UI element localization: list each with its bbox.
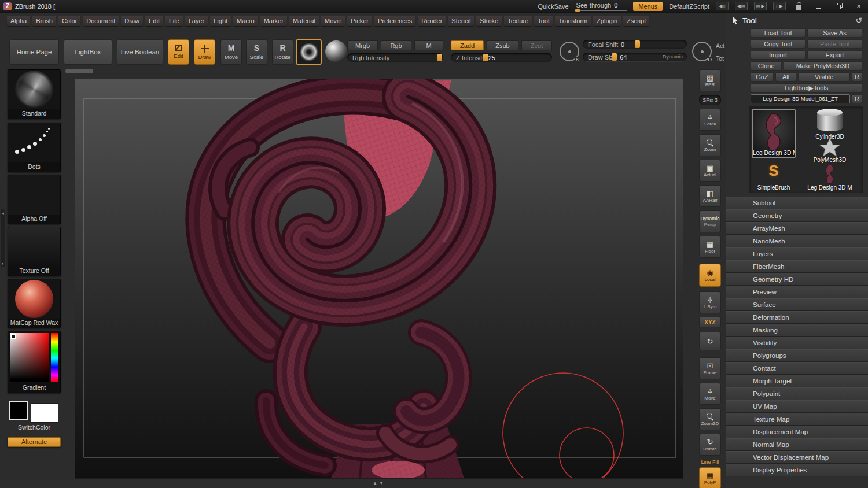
m-button[interactable]: M (414, 40, 443, 50)
restore-button[interactable] (832, 1, 845, 12)
actual-button[interactable]: ▣ Actual (699, 160, 721, 182)
zsub-button[interactable]: Zsub (487, 40, 518, 50)
menu-item[interactable]: Material (289, 16, 319, 26)
restore-configuration-icon[interactable]: ↺ (855, 16, 862, 25)
focal-shift-slider[interactable]: Focal Shift 0 (583, 40, 687, 49)
subpalette-section[interactable]: Contact (726, 362, 868, 375)
tool-name-field[interactable]: Leg Design 3D Model_061_ZT (751, 94, 850, 103)
minimize-button[interactable] (811, 1, 825, 12)
draw-mode-button[interactable]: Draw (194, 39, 215, 65)
subpalette-section[interactable]: Vector Displacement Map (726, 451, 868, 464)
clone-button[interactable]: Clone (751, 61, 782, 71)
defaultzscript-button[interactable]: DefaultZScript (669, 3, 709, 10)
divider-collapse-left-icon[interactable]: ◀▯ (716, 2, 729, 10)
tool-thumb-active[interactable]: Leg Design 3D M (752, 109, 796, 158)
zcut-button[interactable]: Zcut (521, 40, 552, 50)
home-page-button[interactable]: Home Page (9, 39, 59, 65)
subpalette-section[interactable]: Normal Map (726, 438, 868, 451)
rotate-mode-button[interactable]: R Rotate (272, 39, 293, 65)
subpalette-section[interactable]: Preview (726, 286, 868, 298)
aahalf-button[interactable]: ◧ AAHalf (699, 185, 721, 207)
menu-item[interactable]: Document (83, 16, 119, 26)
scroll-down-icon[interactable]: ▼ (379, 480, 385, 486)
subpalette-section[interactable]: Morph Target (726, 375, 868, 387)
scroll-up-icon[interactable]: ▲ (373, 480, 379, 486)
menu-item[interactable]: Zplugin (593, 16, 621, 26)
import-button[interactable]: Import (751, 50, 806, 60)
lsym-button[interactable]: ›|‹ L.Sym (699, 291, 721, 313)
tool-thumb-simplebrush[interactable]: S SimpleBrush (752, 161, 796, 191)
rail-up-icon[interactable]: ◂ (2, 211, 4, 215)
dynamic-circle-icon[interactable]: D (692, 42, 712, 61)
canvas-viewport[interactable] (75, 79, 683, 478)
polyf-button[interactable]: ▦ PolyF (699, 467, 721, 488)
menu-item[interactable]: Tool (534, 16, 553, 26)
bpr-button[interactable]: ▨ BPR (699, 69, 721, 91)
rgb-button[interactable]: Rgb (381, 40, 411, 50)
subpalette-section[interactable]: FiberMesh (726, 260, 868, 273)
menu-item[interactable]: Color (58, 16, 80, 26)
menu-item[interactable]: Alpha (7, 16, 30, 26)
menus-button[interactable]: Menus (633, 2, 663, 11)
lightbox-button[interactable]: LightBox (64, 39, 112, 65)
stroke-circle-icon[interactable]: S (560, 42, 579, 61)
menu-item[interactable]: Transform (555, 16, 591, 26)
close-button[interactable]: × (852, 1, 866, 12)
spix-slider[interactable]: SPix 3 (699, 95, 721, 105)
current-brush-preview[interactable] (296, 39, 322, 65)
dynamic-persp-button[interactable]: Dynamic Persp (699, 210, 721, 232)
subpalette-section[interactable]: Layers (726, 247, 868, 260)
screen-right-icon[interactable]: ▤▶ (754, 2, 767, 10)
canvas-h-scrollbar[interactable] (65, 69, 93, 73)
floor-button[interactable]: ▦ Floor (699, 236, 721, 258)
subpalette-section[interactable]: Masking (726, 324, 868, 337)
menu-item[interactable]: Picker (347, 16, 372, 26)
secondary-color-swatch[interactable] (31, 403, 58, 423)
zoom-button[interactable]: Zoom (699, 134, 721, 156)
document-canvas[interactable] (75, 79, 683, 478)
canvas-v-scroll-arrows[interactable]: ▲▼ (373, 480, 385, 486)
subpalette-section[interactable]: UV Map (726, 400, 868, 413)
load-tool-button[interactable]: Load Tool (751, 28, 806, 38)
subpalette-section[interactable]: Surface (726, 298, 868, 311)
goz-button[interactable]: GoZ (751, 72, 774, 82)
mrgb-button[interactable]: Mrgb (347, 40, 378, 50)
menu-item[interactable]: Layer (185, 16, 208, 26)
color-picker[interactable]: Gradient (8, 331, 61, 393)
scroll-button[interactable]: ↔↕ Scroll (699, 109, 721, 131)
left-edge-scrollbar[interactable]: ◂ ▸ (1, 209, 5, 267)
menu-item[interactable]: Stencil (448, 16, 474, 26)
see-through-slider[interactable]: See-through 0 (575, 1, 627, 11)
zadd-button[interactable]: Zadd (451, 40, 484, 50)
scale-mode-button[interactable]: S Scale (246, 39, 267, 65)
alpha-selector[interactable]: Alpha Off (8, 175, 61, 224)
menu-item[interactable]: Edit (145, 16, 163, 26)
hue-strip[interactable] (51, 333, 58, 382)
menu-item[interactable]: Render (418, 16, 446, 26)
switch-color[interactable]: SwitchColor (8, 399, 61, 432)
subpalette-section[interactable]: Displacement Map (726, 426, 868, 438)
menu-item[interactable]: Light (210, 16, 231, 26)
goz-r-button[interactable]: R (852, 72, 862, 82)
move-mode-button[interactable]: M Move (220, 39, 242, 65)
menu-item[interactable]: Movie (321, 16, 345, 26)
draw-size-slider[interactable]: Draw Size 64 Dynamic (583, 53, 687, 61)
subpalette-section[interactable]: Geometry (726, 209, 868, 222)
orbit-button[interactable]: ↻ (699, 332, 721, 350)
rgb-intensity-slider[interactable]: Rgb Intensity (347, 53, 443, 62)
menu-item[interactable]: Zscript (623, 16, 649, 26)
paste-tool-button[interactable]: Paste Tool (807, 39, 862, 49)
divider-collapse-right-icon[interactable]: ▯▶ (773, 2, 786, 10)
lock-icon[interactable] (796, 5, 801, 10)
make-polymesh3d-button[interactable]: Make PolyMesh3D (784, 61, 862, 71)
main-color-swatch[interactable] (9, 401, 28, 420)
menu-item[interactable]: Stroke (476, 16, 502, 26)
copy-tool-button[interactable]: Copy Tool (751, 39, 806, 49)
lightbox-tools-button[interactable]: Lightbox▶Tools (751, 83, 862, 93)
tool-thumb-leg-design[interactable]: Leg Design 3D M (799, 164, 861, 191)
subpalette-section[interactable]: Geometry HD (726, 273, 868, 286)
material-selector[interactable]: MatCap Red Wax (8, 279, 61, 328)
subpalette-section[interactable]: Display Properties (726, 464, 868, 476)
subpalette-section[interactable]: Polygroups (726, 349, 868, 362)
saturation-square[interactable] (10, 333, 49, 382)
